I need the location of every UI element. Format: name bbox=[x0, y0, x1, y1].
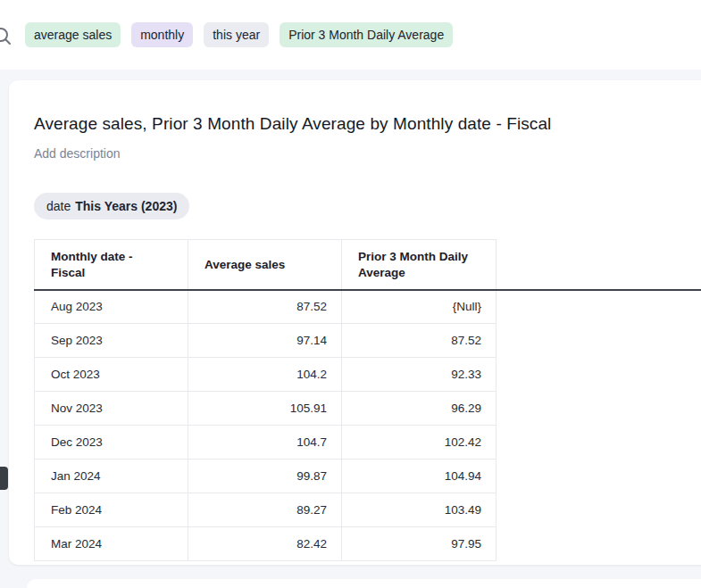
date-cell: Jan 2024 bbox=[35, 460, 188, 493]
column-header-average-sales[interactable]: Average sales bbox=[188, 240, 342, 290]
value-cell: 96.29 bbox=[342, 392, 497, 426]
table-row[interactable]: Oct 2023104.292.33 bbox=[35, 358, 497, 392]
search-token[interactable]: Prior 3 Month Daily Average bbox=[280, 22, 453, 47]
value-cell: 97.95 bbox=[342, 527, 497, 561]
value-cell: 103.49 bbox=[342, 493, 497, 527]
date-cell: Feb 2024 bbox=[35, 493, 188, 527]
value-cell: 102.42 bbox=[342, 426, 497, 460]
table-row[interactable]: Feb 202489.27103.49 bbox=[35, 493, 497, 527]
add-description-button[interactable]: Add description bbox=[34, 145, 121, 162]
answer-card: Average sales, Prior 3 Month Daily Avera… bbox=[9, 80, 701, 565]
table-body: Aug 202387.52{Null}Sep 202397.1487.52Oct… bbox=[35, 290, 497, 561]
table-row[interactable]: Sep 202397.1487.52 bbox=[35, 324, 497, 358]
filter-chip-date[interactable]: date This Years (2023) bbox=[34, 193, 189, 219]
table-row[interactable]: Aug 202387.52{Null} bbox=[35, 290, 497, 324]
value-cell: {Null} bbox=[342, 290, 497, 324]
value-cell: 92.33 bbox=[342, 358, 497, 392]
value-cell: 87.52 bbox=[342, 324, 497, 358]
answer-title: Average sales, Prior 3 Month Daily Avera… bbox=[34, 112, 701, 136]
search-tokens[interactable]: average salesmonthlythis yearPrior 3 Mon… bbox=[25, 0, 453, 70]
date-cell: Dec 2023 bbox=[35, 426, 188, 460]
filter-chip-label: date bbox=[46, 199, 71, 213]
date-cell: Aug 2023 bbox=[35, 290, 188, 324]
search-bar[interactable]: average salesmonthlythis yearPrior 3 Mon… bbox=[0, 0, 701, 70]
left-edge-indicator bbox=[0, 467, 8, 490]
search-token[interactable]: this year bbox=[204, 22, 269, 47]
column-header-monthly-date[interactable]: Monthly date - Fiscal bbox=[35, 240, 188, 290]
table-row[interactable]: Jan 202499.87104.94 bbox=[35, 460, 497, 493]
search-token[interactable]: average sales bbox=[25, 22, 121, 47]
value-cell: 89.27 bbox=[188, 493, 342, 527]
search-icon bbox=[0, 25, 13, 46]
date-cell: Oct 2023 bbox=[35, 358, 188, 392]
value-cell: 105.91 bbox=[188, 392, 342, 426]
table-header-row: Monthly date - Fiscal Average sales Prio… bbox=[35, 240, 497, 290]
value-cell: 104.2 bbox=[188, 358, 342, 392]
bottom-card-edge bbox=[27, 579, 701, 588]
date-cell: Mar 2024 bbox=[35, 527, 188, 561]
date-cell: Sep 2023 bbox=[35, 324, 188, 358]
filter-chip-value: This Years (2023) bbox=[75, 199, 177, 213]
results-table-container: Monthly date - Fiscal Average sales Prio… bbox=[34, 239, 701, 561]
value-cell: 104.7 bbox=[188, 426, 342, 460]
value-cell: 97.14 bbox=[188, 324, 342, 358]
date-cell: Nov 2023 bbox=[35, 392, 188, 426]
results-table: Monthly date - Fiscal Average sales Prio… bbox=[34, 239, 497, 561]
table-row[interactable]: Dec 2023104.7102.42 bbox=[35, 426, 497, 460]
value-cell: 87.52 bbox=[188, 290, 342, 324]
value-cell: 104.94 bbox=[342, 460, 497, 493]
header-underline bbox=[34, 289, 701, 291]
table-row[interactable]: Nov 2023105.9196.29 bbox=[35, 392, 497, 426]
value-cell: 82.42 bbox=[188, 527, 342, 561]
column-header-prior-3-month[interactable]: Prior 3 Month Daily Average bbox=[342, 240, 497, 290]
value-cell: 99.87 bbox=[188, 460, 342, 493]
table-row[interactable]: Mar 202482.4297.95 bbox=[35, 527, 497, 561]
search-token[interactable]: monthly bbox=[131, 22, 193, 47]
